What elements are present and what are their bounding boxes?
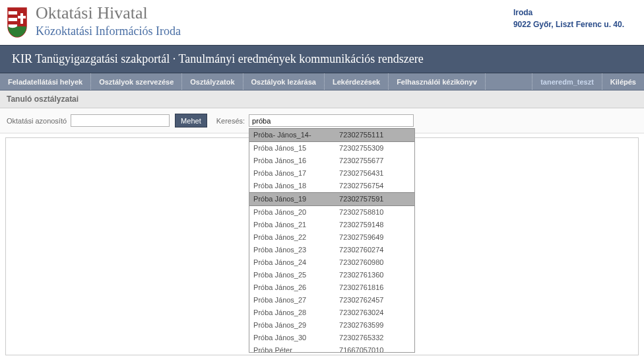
autocomplete-item-name: Próba János_25	[253, 270, 339, 280]
org-address: 9022 Győr, Liszt Ferenc u. 40.	[513, 18, 624, 30]
autocomplete-item[interactable]: Próba János_2172302759148	[249, 219, 414, 231]
autocomplete-item-name: Próba Péter	[253, 345, 339, 353]
autocomplete-item-name: Próba János_21	[253, 220, 339, 230]
autocomplete-item-name: Próba- János_14-	[253, 130, 339, 140]
autocomplete-item-id: 72302761816	[339, 283, 410, 293]
autocomplete-item-id: 72302763599	[339, 320, 410, 330]
autocomplete-item-id: 72302765332	[339, 333, 410, 343]
svg-rect-1	[8, 15, 17, 18]
autocomplete-item-id: 72302761360	[339, 270, 410, 280]
autocomplete-item[interactable]: Próba- János_14-72302755111	[249, 128, 414, 142]
autocomplete-item[interactable]: Próba János_1672302755677	[249, 155, 414, 167]
section-title: Tanuló osztályzatai	[0, 90, 644, 108]
autocomplete-item-name: Próba János_20	[253, 207, 339, 217]
site-subtitle: Közoktatási Információs Iroda	[36, 24, 513, 38]
autocomplete-item[interactable]: Próba Péter71667057010	[249, 344, 414, 353]
autocomplete-item-id: 72302763024	[339, 308, 410, 318]
autocomplete-item-name: Próba János_19	[253, 194, 339, 204]
id-input[interactable]	[71, 114, 170, 127]
search-wrap: Próba- János_14-72302755111Próba János_1…	[249, 114, 414, 127]
crest-icon	[7, 7, 28, 38]
nav-item-class-close[interactable]: Osztályok lezárása	[243, 73, 325, 90]
site-title: Oktatási Hivatal	[36, 4, 513, 23]
filter-row: Oktatási azonosító Mehet Keresés: Próba-…	[0, 108, 644, 133]
autocomplete-item[interactable]: Próba János_1772302756431	[249, 167, 414, 180]
autocomplete-item-name: Próba János_27	[253, 295, 339, 305]
autocomplete-item[interactable]: Próba János_1572302755309	[249, 142, 414, 155]
portal-title-bar: KIR Tanügyigazgatási szakportál · Tanulm…	[0, 45, 644, 73]
autocomplete-item-name: Próba János_22	[253, 233, 339, 242]
go-button[interactable]: Mehet	[175, 114, 207, 127]
autocomplete-item-name: Próba János_29	[253, 320, 339, 330]
nav-item-locations[interactable]: Feladatellátási helyek	[0, 73, 91, 90]
header: Oktatási Hivatal Közoktatási Információs…	[0, 0, 644, 45]
autocomplete-item-id: 72302755677	[339, 156, 410, 166]
autocomplete-item[interactable]: Próba János_2572302761360	[249, 269, 414, 281]
autocomplete-item-name: Próba János_15	[253, 143, 339, 153]
autocomplete-dropdown: Próba- János_14-72302755111Próba János_1…	[249, 128, 415, 353]
nav-item-queries[interactable]: Lekérdezések	[325, 73, 389, 90]
autocomplete-item[interactable]: Próba János_1872302756754	[249, 180, 414, 192]
autocomplete-item-name: Próba János_28	[253, 308, 339, 318]
autocomplete-item-id: 72302760980	[339, 258, 410, 268]
autocomplete-item-id: 72302755309	[339, 143, 410, 153]
autocomplete-item[interactable]: Próba János_2272302759649	[249, 231, 414, 244]
nav-item-grades[interactable]: Osztályzatok	[182, 73, 243, 90]
autocomplete-item-id: 72302760274	[339, 245, 410, 255]
autocomplete-item-id: 72302758810	[339, 207, 410, 217]
nav-spacer	[486, 73, 532, 90]
autocomplete-item[interactable]: Próba János_2772302762457	[249, 294, 414, 306]
autocomplete-item-name: Próba János_16	[253, 156, 339, 166]
nav-logout[interactable]: Kilépés	[602, 73, 644, 90]
autocomplete-item[interactable]: Próba János_1972302757591	[249, 192, 414, 206]
autocomplete-item-id: 72302756754	[339, 181, 410, 191]
nav-username: taneredm_teszt	[532, 73, 602, 90]
autocomplete-item-id: 72302762457	[339, 295, 410, 305]
autocomplete-item-name: Próba János_26	[253, 283, 339, 293]
autocomplete-item-id: 72302757591	[339, 194, 410, 204]
autocomplete-item-name: Próba János_30	[253, 333, 339, 343]
autocomplete-item[interactable]: Próba János_2872302763024	[249, 306, 414, 319]
autocomplete-item[interactable]: Próba János_2972302763599	[249, 319, 414, 332]
org-info: Iroda 9022 Győr, Liszt Ferenc u. 40.	[513, 4, 637, 30]
svg-rect-4	[18, 16, 26, 18]
nav-item-class-org[interactable]: Osztályok szervezése	[91, 73, 182, 90]
search-input[interactable]	[249, 114, 414, 127]
id-label: Oktatási azonosító	[7, 117, 67, 125]
autocomplete-item-id: 72302755111	[339, 130, 410, 140]
svg-rect-2	[8, 21, 17, 24]
autocomplete-item-name: Próba János_23	[253, 245, 339, 255]
autocomplete-item[interactable]: Próba János_3072302765332	[249, 332, 414, 344]
autocomplete-item-id: 72302756431	[339, 168, 410, 178]
autocomplete-item[interactable]: Próba János_2372302760274	[249, 244, 414, 256]
svg-rect-0	[8, 8, 17, 11]
nav-bar: Feladatellátási helyek Osztályok szervez…	[0, 73, 644, 90]
nav-item-manual[interactable]: Felhasználói kézikönyv	[389, 73, 486, 90]
title-block: Oktatási Hivatal Közoktatási Információs…	[36, 4, 513, 38]
autocomplete-item[interactable]: Próba János_2072302758810	[249, 206, 414, 219]
autocomplete-item[interactable]: Próba János_2672302761816	[249, 281, 414, 294]
autocomplete-item-name: Próba János_24	[253, 258, 339, 268]
autocomplete-item-name: Próba János_17	[253, 168, 339, 178]
autocomplete-item-name: Próba János_18	[253, 181, 339, 191]
autocomplete-item-id: 71667057010	[339, 345, 410, 353]
autocomplete-item-id: 72302759148	[339, 220, 410, 230]
autocomplete-item[interactable]: Próba János_2472302760980	[249, 256, 414, 269]
autocomplete-item-id: 72302759649	[339, 233, 410, 242]
org-name: Iroda	[513, 7, 624, 18]
search-label: Keresés:	[216, 117, 245, 125]
